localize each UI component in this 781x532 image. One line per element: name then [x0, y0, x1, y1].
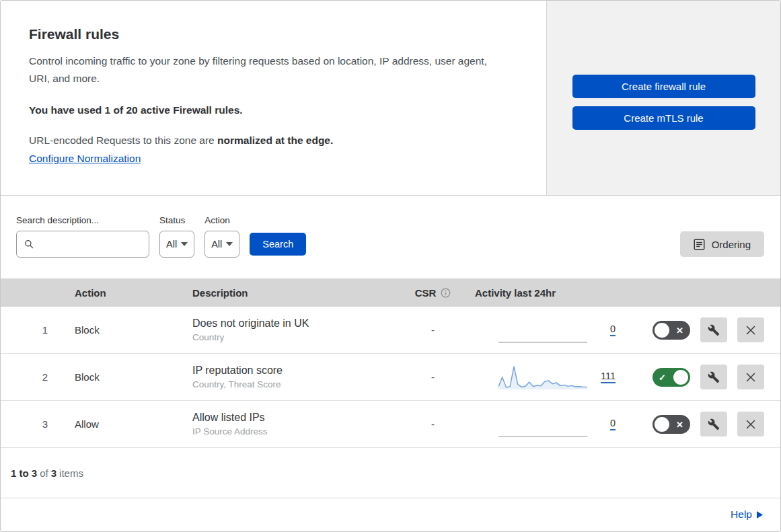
- filter-bar: Search description... Status All Action …: [1, 196, 780, 274]
- pagination-items: items: [59, 467, 83, 479]
- action-label: Action: [204, 215, 239, 225]
- delete-rule-button[interactable]: [737, 317, 764, 342]
- action-filter-group: Action All: [204, 215, 239, 258]
- rule-match-fields: IP Source Address: [192, 426, 394, 436]
- csr-label: CSR: [415, 287, 437, 299]
- normalization-note: URL-encoded Requests to this zone are no…: [29, 135, 519, 147]
- activity-count-link[interactable]: 0: [610, 324, 616, 336]
- rule-enabled-toggle[interactable]: ✓: [653, 368, 690, 387]
- rule-match-fields: Country, Threat Score: [192, 379, 394, 389]
- help-row: Help: [1, 498, 780, 531]
- info-icon[interactable]: [441, 288, 451, 298]
- rule-enabled-toggle[interactable]: ✕: [653, 415, 690, 434]
- search-box[interactable]: [16, 231, 149, 258]
- rule-controls: ✕: [620, 412, 781, 436]
- rule-description[interactable]: IP reputation score: [192, 365, 394, 377]
- table-row: 2 Block IP reputation score Country, Thr…: [1, 354, 780, 401]
- help-label: Help: [731, 508, 752, 521]
- table-row: 1 Block Does not originate in UK Country…: [1, 307, 780, 354]
- page-title: Firewall rules: [29, 26, 519, 42]
- rule-action: Block: [60, 324, 177, 336]
- column-header-action: Action: [60, 287, 177, 299]
- chevron-down-icon: [181, 242, 188, 246]
- edit-rule-button[interactable]: [700, 365, 727, 389]
- activity-sparkline: [498, 410, 587, 439]
- search-label: Search description...: [16, 215, 149, 225]
- delete-rule-button[interactable]: [737, 412, 764, 436]
- action-select[interactable]: All: [204, 231, 239, 258]
- usage-summary: You have used 1 of 20 active Firewall ru…: [29, 104, 519, 116]
- rule-csr-value: -: [431, 371, 435, 383]
- status-select-value: All: [166, 239, 177, 250]
- column-header-activity: Activity last 24hr: [472, 287, 620, 299]
- table-header: Action Description CSR Activity last 24h…: [1, 278, 780, 307]
- close-icon: [745, 419, 756, 430]
- rule-action: Allow: [60, 418, 177, 430]
- wrench-icon: [708, 324, 720, 336]
- toggle-knob: [673, 370, 688, 385]
- ordering-button-label: Ordering: [712, 239, 751, 250]
- pagination-summary: 1 to 3 of 3 items: [1, 448, 780, 498]
- wrench-icon: [708, 371, 720, 383]
- close-icon: [745, 372, 756, 383]
- rule-activity-cell: 0: [472, 316, 620, 344]
- rule-action: Block: [60, 371, 177, 383]
- close-icon: [745, 325, 756, 336]
- column-header-csr: CSR: [415, 287, 451, 299]
- normalization-bold: normalized at the edge.: [217, 135, 333, 146]
- pagination-range: 1 to 3: [11, 467, 37, 479]
- column-header-description: Description: [177, 287, 394, 299]
- edit-rule-button[interactable]: [700, 412, 727, 436]
- toggle-knob: [655, 323, 669, 338]
- rule-description-cell: Allow listed IPs IP Source Address: [177, 412, 394, 436]
- normalization-text: URL-encoded Requests to this zone are: [29, 135, 215, 146]
- delete-rule-button[interactable]: [737, 365, 764, 389]
- action-select-value: All: [211, 239, 222, 250]
- pagination-of: of: [40, 467, 48, 479]
- toggle-knob: [655, 417, 669, 432]
- rule-controls: ✕: [620, 317, 781, 342]
- search-button[interactable]: Search: [250, 233, 306, 256]
- intro-section: Firewall rules Control incoming traffic …: [1, 1, 780, 196]
- intro-panel: Firewall rules Control incoming traffic …: [1, 1, 547, 195]
- rule-description[interactable]: Does not originate in UK: [192, 317, 394, 330]
- chevron-down-icon: [226, 242, 233, 246]
- pagination-total: 3: [51, 467, 57, 479]
- toggle-state-icon: ✕: [676, 326, 683, 334]
- activity-sparkline: [498, 363, 587, 391]
- search-input[interactable]: [39, 238, 142, 250]
- status-label: Status: [159, 215, 194, 225]
- rule-priority: 1: [42, 324, 60, 336]
- rule-priority: 2: [42, 371, 60, 383]
- status-select[interactable]: All: [159, 231, 194, 258]
- rule-activity-cell: 0: [472, 410, 620, 439]
- search-filter-group: Search description...: [16, 215, 149, 258]
- rule-match-fields: Country: [192, 332, 394, 342]
- activity-sparkline: [498, 316, 587, 344]
- rule-description[interactable]: Allow listed IPs: [192, 412, 394, 424]
- activity-count-link[interactable]: 111: [601, 371, 616, 383]
- rules-list: 1 Block Does not originate in UK Country…: [1, 307, 780, 448]
- rule-priority: 3: [42, 418, 60, 430]
- wrench-icon: [708, 418, 720, 430]
- create-mtls-rule-button[interactable]: Create mTLS rule: [572, 106, 755, 130]
- firewall-rules-page: Firewall rules Control incoming traffic …: [0, 0, 781, 532]
- help-link[interactable]: Help: [731, 508, 763, 521]
- toggle-state-icon: ✓: [659, 373, 666, 381]
- create-firewall-rule-button[interactable]: Create firewall rule: [572, 75, 755, 98]
- edit-rule-button[interactable]: [700, 317, 727, 342]
- rule-activity-cell: 111: [472, 363, 620, 391]
- ordering-button[interactable]: Ordering: [680, 231, 764, 257]
- table-row: 3 Allow Allow listed IPs IP Source Addre…: [1, 401, 780, 448]
- rule-enabled-toggle[interactable]: ✕: [653, 321, 690, 340]
- rule-description-cell: IP reputation score Country, Threat Scor…: [177, 365, 394, 389]
- toggle-state-icon: ✕: [676, 420, 683, 428]
- arrow-right-icon: [757, 511, 763, 519]
- configure-normalization-link[interactable]: Configure Normalization: [29, 153, 141, 165]
- page-description: Control incoming traffic to your zone by…: [29, 52, 508, 88]
- actions-panel: Create firewall rule Create mTLS rule: [547, 1, 780, 195]
- status-filter-group: Status All: [159, 215, 194, 258]
- rule-csr-value: -: [431, 324, 435, 336]
- search-icon: [24, 239, 34, 250]
- activity-count-link[interactable]: 0: [610, 418, 616, 430]
